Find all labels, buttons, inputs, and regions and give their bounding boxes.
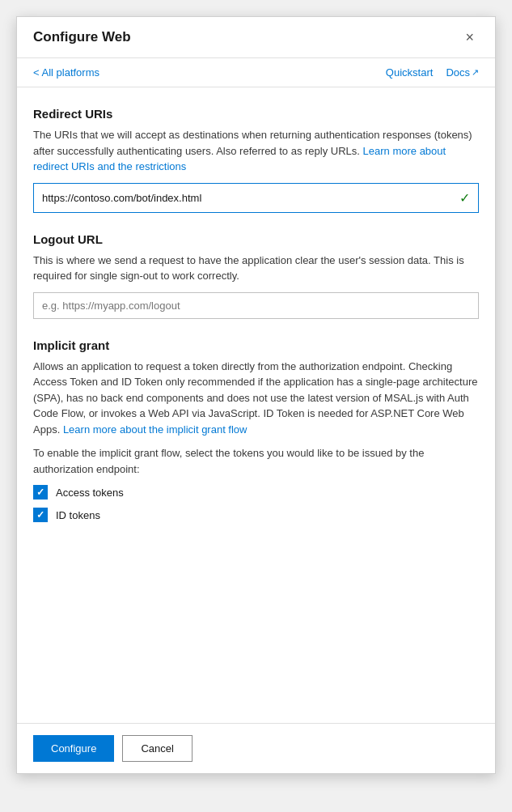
- modal-nav: < All platforms Quickstart Docs ↗: [17, 58, 495, 87]
- access-tokens-checkbox[interactable]: ✓ Access tokens: [33, 485, 479, 500]
- access-tokens-label: Access tokens: [56, 487, 124, 499]
- modal-footer: Configure Cancel: [17, 723, 495, 773]
- token-checkboxes: ✓ Access tokens ✓ ID tokens: [33, 485, 479, 522]
- id-tokens-checkbox-box: ✓: [33, 508, 48, 522]
- modal-body: Redirect URIs The URIs that we will acce…: [17, 87, 495, 723]
- external-link-icon: ↗: [472, 67, 479, 78]
- access-tokens-check-icon: ✓: [36, 487, 44, 498]
- all-platforms-link[interactable]: < All platforms: [33, 66, 99, 79]
- implicit-grant-enable-text: To enable the implicit grant flow, selec…: [33, 445, 479, 477]
- input-valid-icon: ✓: [459, 190, 470, 206]
- implicit-grant-learn-more-link[interactable]: Learn more about the implicit grant flow: [63, 423, 248, 436]
- nav-links: Quickstart Docs ↗: [386, 66, 479, 79]
- id-tokens-label: ID tokens: [56, 509, 100, 521]
- modal-header: Configure Web ×: [17, 17, 495, 58]
- logout-url-title: Logout URL: [33, 232, 479, 246]
- access-tokens-checkbox-box: ✓: [33, 485, 48, 500]
- redirect-uris-desc: The URIs that we will accept as destinat…: [33, 127, 479, 175]
- implicit-grant-title: Implicit grant: [33, 338, 479, 352]
- configure-button[interactable]: Configure: [33, 735, 114, 762]
- cancel-button[interactable]: Cancel: [122, 735, 192, 762]
- logout-url-input[interactable]: [33, 292, 479, 319]
- logout-url-desc: This is where we send a request to have …: [33, 253, 479, 284]
- implicit-grant-desc: Allows an application to request a token…: [33, 359, 479, 438]
- redirect-uris-section: Redirect URIs The URIs that we will acce…: [33, 107, 479, 213]
- quickstart-link[interactable]: Quickstart: [386, 66, 434, 79]
- close-button[interactable]: ×: [460, 28, 479, 46]
- implicit-grant-section: Implicit grant Allows an application to …: [33, 338, 479, 523]
- id-tokens-checkbox[interactable]: ✓ ID tokens: [33, 508, 479, 522]
- modal-title: Configure Web: [33, 29, 131, 45]
- id-tokens-check-icon: ✓: [36, 509, 44, 521]
- logout-url-section: Logout URL This is where we send a reque…: [33, 232, 479, 319]
- docs-link[interactable]: Docs ↗: [446, 66, 479, 79]
- redirect-uri-input[interactable]: [42, 192, 459, 204]
- redirect-uri-input-wrapper[interactable]: ✓: [33, 183, 479, 213]
- body-spacer: [33, 542, 479, 704]
- redirect-uris-title: Redirect URIs: [33, 107, 479, 121]
